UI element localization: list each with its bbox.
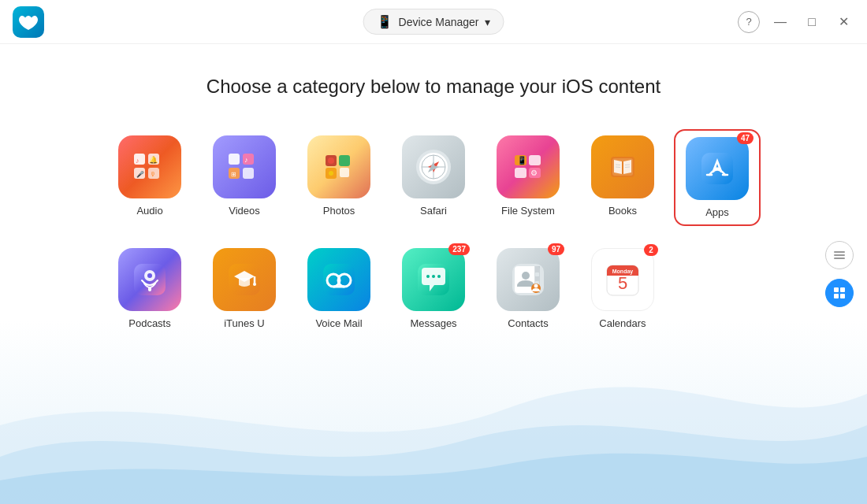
- svg-line-43: [625, 165, 630, 165]
- audio-icon-wrapper: ♪ 🎤 🔔 🎙: [118, 135, 181, 198]
- videos-label: Videos: [229, 205, 260, 217]
- category-item-podcasts[interactable]: Podcasts: [106, 242, 193, 335]
- svg-point-61: [426, 275, 430, 278]
- list-view-button[interactable]: [825, 241, 854, 269]
- books-label: Books: [608, 205, 637, 217]
- svg-point-63: [437, 275, 441, 278]
- svg-point-19: [329, 171, 333, 176]
- category-item-calendars[interactable]: 2 Monday 5 Calendars: [579, 242, 666, 335]
- filesystem-icon-wrapper: 📱 🔋 📂 ⚙: [497, 135, 560, 198]
- svg-rect-51: [148, 287, 151, 291]
- svg-line-44: [625, 167, 630, 168]
- itunes-icon-wrapper: [213, 248, 276, 311]
- svg-rect-20: [339, 155, 350, 166]
- category-item-safari[interactable]: Safari: [390, 129, 477, 226]
- page-title: Choose a category below to manage your i…: [207, 76, 660, 98]
- svg-point-55: [253, 283, 256, 286]
- contacts-icon-wrapper: 97: [497, 248, 560, 311]
- itunes-label: iTunes U: [224, 317, 265, 329]
- svg-rect-81: [834, 287, 839, 292]
- calendars-label: Calendars: [599, 317, 646, 329]
- svg-rect-8: [229, 154, 240, 165]
- help-button[interactable]: ?: [738, 11, 760, 33]
- category-item-photos[interactable]: 🌸 Photos: [296, 129, 382, 226]
- apps-label: Apps: [705, 206, 729, 218]
- contacts-label: Contacts: [508, 317, 548, 329]
- titlebar: 📱 Device Manager ▾ ? — □ ✕: [0, 0, 867, 44]
- svg-rect-32: [529, 155, 541, 165]
- voicemail-label: Voice Mail: [315, 317, 362, 329]
- svg-rect-80: [834, 258, 845, 259]
- svg-text:5: 5: [618, 273, 627, 293]
- svg-text:⊞: ⊞: [231, 171, 236, 178]
- podcasts-icon-wrapper: [118, 248, 181, 311]
- svg-rect-79: [834, 254, 845, 256]
- svg-point-72: [534, 284, 538, 288]
- svg-text:🎤: 🎤: [136, 170, 144, 178]
- category-item-itunes[interactable]: iTunes U: [201, 242, 288, 335]
- messages-icon-wrapper: 237: [402, 248, 465, 311]
- audio-label: Audio: [136, 205, 162, 217]
- svg-line-41: [616, 165, 620, 165]
- svg-point-17: [328, 158, 334, 164]
- svg-text:♪: ♪: [244, 156, 248, 164]
- svg-text:🔔: 🔔: [149, 155, 158, 165]
- photos-label: Photos: [323, 205, 355, 217]
- contacts-badge: 97: [548, 243, 564, 255]
- apps-badge: 47: [737, 132, 754, 144]
- svg-rect-83: [834, 294, 839, 298]
- category-item-audio[interactable]: ♪ 🎤 🔔 🎙 Audio: [106, 129, 193, 226]
- dropdown-chevron: ▾: [485, 16, 490, 28]
- category-item-messages[interactable]: 237: [390, 242, 477, 335]
- category-item-filesystem[interactable]: 📱 🔋 📂 ⚙ File System: [485, 129, 571, 226]
- device-manager-label: Device Manager: [399, 16, 479, 28]
- titlebar-left: [13, 6, 44, 38]
- close-button[interactable]: ✕: [832, 11, 854, 33]
- maximize-button[interactable]: □: [801, 11, 823, 33]
- category-item-apps[interactable]: 47: [674, 129, 761, 226]
- svg-rect-68: [535, 272, 539, 276]
- category-item-contacts[interactable]: 97: [485, 242, 571, 335]
- category-item-voicemail[interactable]: Voice Mail: [296, 242, 382, 335]
- calendars-icon-wrapper: 2 Monday 5: [591, 248, 654, 311]
- app-logo: [13, 6, 44, 38]
- svg-rect-34: [515, 168, 527, 178]
- calendars-badge: 2: [644, 244, 658, 256]
- svg-point-50: [147, 273, 152, 278]
- titlebar-center: 📱 Device Manager ▾: [363, 9, 504, 35]
- main-content: Choose a category below to manage your i…: [0, 44, 867, 504]
- svg-text:🎙: 🎙: [150, 171, 156, 178]
- books-icon-wrapper: [591, 135, 654, 198]
- videos-icon-wrapper: ▶ ⊞ ♪ 📷: [213, 135, 276, 198]
- svg-text:⚙: ⚙: [530, 169, 538, 177]
- safari-icon-wrapper: [402, 135, 465, 198]
- apps-icon-wrapper: 47: [686, 137, 749, 200]
- svg-text:♪: ♪: [136, 157, 140, 165]
- messages-badge: 237: [448, 243, 470, 255]
- category-grid: ♪ 🎤 🔔 🎙 Audio: [106, 129, 761, 335]
- svg-rect-14: [243, 168, 254, 179]
- safari-label: Safari: [420, 205, 447, 217]
- svg-rect-84: [840, 294, 845, 298]
- device-icon: 📱: [377, 14, 393, 29]
- svg-text:📱: 📱: [517, 155, 527, 165]
- svg-rect-82: [840, 287, 845, 292]
- voicemail-icon-wrapper: [307, 248, 370, 311]
- grid-view-button[interactable]: [825, 279, 854, 307]
- content-inner: Choose a category below to manage your i…: [16, 76, 851, 335]
- minimize-button[interactable]: —: [769, 11, 791, 33]
- messages-label: Messages: [410, 317, 456, 329]
- device-manager-button[interactable]: 📱 Device Manager ▾: [363, 9, 504, 35]
- svg-point-70: [522, 272, 530, 280]
- svg-rect-78: [834, 251, 845, 253]
- podcasts-label: Podcasts: [128, 317, 170, 329]
- photos-icon-wrapper: 🌸: [307, 135, 370, 198]
- right-panel: [820, 233, 859, 315]
- category-item-videos[interactable]: ▶ ⊞ ♪ 📷 Videos: [201, 129, 288, 226]
- svg-rect-21: [340, 168, 349, 177]
- content-area: Choose a category below to manage your i…: [0, 44, 867, 504]
- category-item-books[interactable]: Books: [579, 129, 666, 226]
- svg-point-62: [432, 275, 435, 278]
- titlebar-right: ? — □ ✕: [738, 11, 854, 33]
- svg-line-42: [616, 167, 620, 168]
